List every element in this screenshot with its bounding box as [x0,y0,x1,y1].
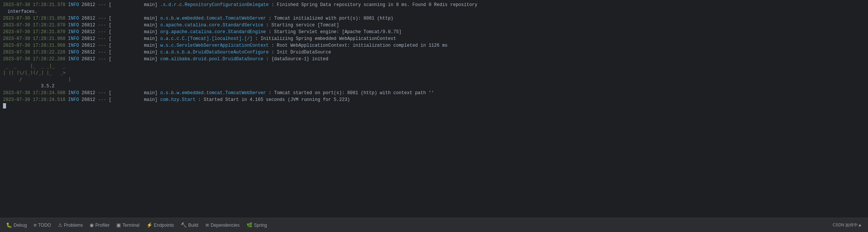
todo-label: TODO [38,223,51,228]
log-line: 2023-07-30 17:28:21.858 INFO 26812 --- [… [3,15,865,22]
bottom-toolbar: 🐛 Debug ≡ TODO ⚠ Problems ◉ Profiler ▣ T… [0,218,868,232]
problems-icon: ⚠ [58,223,62,227]
version-line: 3.5.2 [3,83,865,90]
cursor-line [3,103,865,108]
profiler-label: Profiler [95,223,110,228]
log-line: 2023-07-30 17:28:21.870 INFO 26812 --- [… [3,29,865,35]
problems-label: Problems [64,223,83,228]
terminal-icon: ▣ [116,223,121,227]
dependencies-icon: ≋ [205,223,209,227]
endpoints-icon: ⚡ [146,223,152,227]
ascii-art-line3: / | [3,76,865,83]
csdn-badge: CSDN 如何中▲ [830,221,865,229]
log-line: 2023-07-30 17:28:22.288 INFO 26812 --- [… [3,56,865,63]
problems-tab[interactable]: ⚠ Problems [55,221,86,229]
build-tab[interactable]: 🔨 Build [178,221,201,229]
log-line: 2023-07-30 17:28:21.378 INFO 26812 --- [… [3,2,865,8]
todo-icon: ≡ [34,223,37,227]
debug-icon: 🐛 [6,223,12,227]
log-line: interfaces. [3,8,865,15]
build-label: Build [188,223,198,228]
build-icon: 🔨 [181,223,187,227]
log-line: 2023-07-30 17:28:24.518 INFO 26812 --- [… [3,96,865,103]
ascii-art-line1: _ _ |_ _ _|_ _ [3,63,865,69]
profiler-icon: ◉ [90,223,94,227]
spring-tab[interactable]: 🌿 Spring [244,221,270,229]
dependencies-label: Dependencies [211,223,240,228]
todo-tab[interactable]: ≡ TODO [30,221,54,229]
text-cursor [3,103,6,108]
log-line: 2023-07-30 17:28:22.228 INFO 26812 --- [… [3,49,865,56]
profiler-tab[interactable]: ◉ Profiler [87,221,113,229]
spring-label: Spring [254,223,267,228]
debug-label: Debug [14,223,27,228]
terminal-label: Terminal [122,223,139,228]
log-line: 2023-07-30 17:28:24.508 INFO 26812 --- [… [3,90,865,96]
log-line: 2023-07-30 17:28:21.870 INFO 26812 --- [… [3,22,865,29]
endpoints-tab[interactable]: ⚡ Endpoints [143,221,177,229]
endpoints-label: Endpoints [154,223,174,228]
console-output: 2023-07-30 17:28:21.378 INFO 26812 --- [… [0,0,868,218]
log-line: 2023-07-30 17:28:21.968 INFO 26812 --- [… [3,35,865,42]
log-line: 2023-07-30 17:28:21.968 INFO 26812 --- [… [3,42,865,49]
terminal-tab[interactable]: ▣ Terminal [113,221,142,229]
dependencies-tab[interactable]: ≋ Dependencies [202,221,243,229]
spring-icon: 🌿 [247,223,253,227]
debug-tab[interactable]: 🐛 Debug [3,221,30,229]
ascii-art-line2: | || |\/|_)(/_| |_ _> [3,69,865,76]
